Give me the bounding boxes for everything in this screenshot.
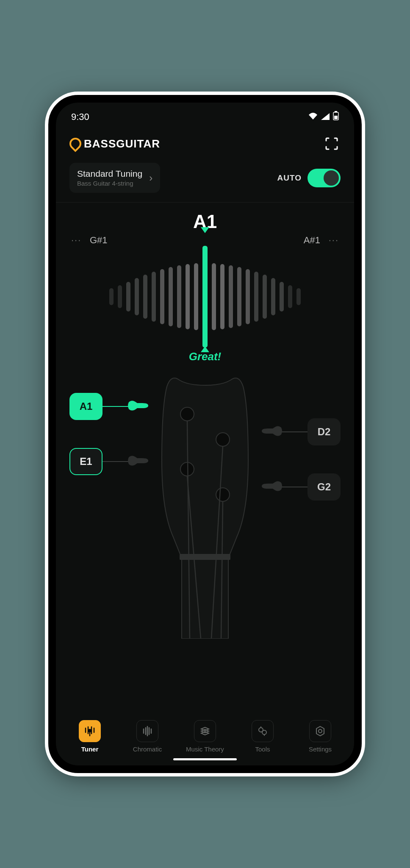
svg-point-5 <box>216 433 230 446</box>
string-button-e1[interactable]: E1 <box>69 448 102 475</box>
tuning-title: Standard Tuning <box>77 169 142 179</box>
nav-tuner[interactable]: Tuner <box>64 720 115 753</box>
logo-icon <box>67 135 84 152</box>
nav-tools[interactable]: Tools <box>237 720 288 753</box>
nav-chromatic-label: Chromatic <box>133 746 162 753</box>
nav-tuner-label: Tuner <box>81 746 99 753</box>
nav-tools-label: Tools <box>255 746 270 753</box>
scan-icon <box>324 136 339 151</box>
auto-toggle-group: AUTO <box>277 169 341 187</box>
bottom-nav: Tuner Chromatic Music Theory Tools <box>56 712 354 765</box>
indicator-triangle-top <box>201 227 209 233</box>
app-screen: 9:30 BASSGUITAR <box>56 103 354 765</box>
battery-icon <box>333 111 339 123</box>
string-button-d2[interactable]: D2 <box>308 418 341 445</box>
svg-marker-25 <box>316 726 324 736</box>
music-theory-icon <box>194 720 216 742</box>
auto-label: AUTO <box>277 173 302 183</box>
settings-icon <box>309 720 331 742</box>
meter-center-tick <box>202 246 208 348</box>
svg-point-6 <box>216 488 230 501</box>
scan-button[interactable] <box>323 135 341 153</box>
chevron-right-icon: › <box>149 172 152 184</box>
chromatic-icon <box>136 720 158 742</box>
string-button-a1[interactable]: A1 <box>69 393 102 420</box>
signal-icon <box>321 111 330 122</box>
status-indicators <box>308 111 339 123</box>
phone-frame: 9:30 BASSGUITAR <box>48 95 362 773</box>
pitch-meter: A1 ··· G#1 A#1 ··· <box>56 203 354 367</box>
app-header: BASSGUITAR <box>56 127 354 163</box>
nav-music-theory-label: Music Theory <box>186 746 224 753</box>
tuning-select-button[interactable]: Standard Tuning Bass Guitar 4-string › <box>69 163 160 193</box>
meter-ticks <box>56 242 354 352</box>
nav-music-theory[interactable]: Music Theory <box>180 720 230 753</box>
tools-icon <box>252 720 274 742</box>
tuning-peg-g2 <box>262 479 282 493</box>
tuning-peg-a1 <box>128 399 148 412</box>
tuning-controls: Standard Tuning Bass Guitar 4-string › A… <box>56 163 354 203</box>
brand-name: BASSGUITAR <box>84 137 160 150</box>
tuning-subtitle: Bass Guitar 4-string <box>77 180 142 187</box>
app-logo: BASSGUITAR <box>69 137 160 150</box>
tuning-peg-d2 <box>262 424 282 438</box>
svg-rect-2 <box>334 116 338 119</box>
tuning-peg-e1 <box>128 454 148 467</box>
wifi-icon <box>308 111 318 122</box>
nav-settings-label: Settings <box>309 746 332 753</box>
status-bar: 9:30 <box>56 103 354 127</box>
svg-point-26 <box>319 729 322 733</box>
toggle-knob <box>324 170 339 186</box>
nav-settings[interactable]: Settings <box>295 720 346 753</box>
headstock-area: A1 E1 D2 G2 <box>56 367 354 712</box>
string-button-g2[interactable]: G2 <box>308 473 341 501</box>
auto-toggle[interactable] <box>308 169 341 187</box>
bass-headstock-graphic <box>137 376 273 639</box>
svg-rect-11 <box>180 554 230 560</box>
nav-chromatic[interactable]: Chromatic <box>122 720 173 753</box>
svg-point-3 <box>180 407 194 421</box>
status-time: 9:30 <box>71 111 89 122</box>
home-indicator[interactable] <box>173 758 237 760</box>
svg-point-24 <box>262 730 266 734</box>
tuner-icon <box>79 720 101 742</box>
